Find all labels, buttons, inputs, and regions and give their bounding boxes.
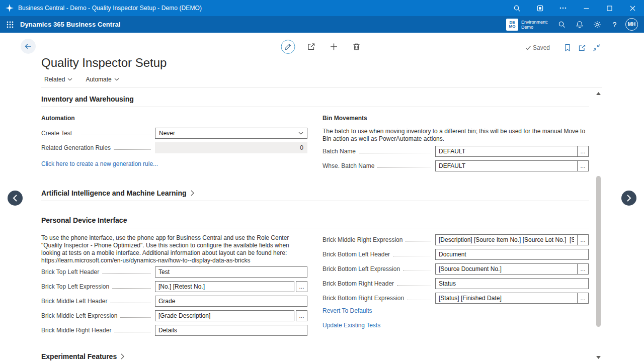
product-navbar: Dynamics 365 Business Central DEMO Envir… [0,16,644,33]
dotted-leader [377,167,431,168]
assist-edit-button[interactable]: … [577,264,588,274]
assist-edit-button[interactable]: … [296,281,307,292]
window-title: Business Central - Demo - Quality Inspec… [18,5,202,12]
section-ai-and-ml[interactable]: Artificial Intelligence and Machine Lear… [41,189,589,201]
maximize-icon [607,6,612,11]
section-inventory-and-warehousing[interactable]: Inventory and Warehousing [41,95,589,107]
brick-middle-left-expression-input[interactable] [155,310,294,321]
brick-top-left-expression-input[interactable] [155,281,294,292]
settings-button[interactable] [588,16,606,33]
brick-bottom-right-expression-input[interactable] [436,293,577,303]
environment-indicator[interactable]: DEMO Environment: Demo [506,19,548,31]
minimize-icon [584,6,589,11]
assist-edit-button[interactable]: … [577,161,588,171]
page-actions [281,40,363,54]
brick-middle-right-header-input[interactable] [155,325,307,336]
brick-middle-left-header-input[interactable] [155,296,307,307]
field-brick-bottom-right-expression: Brick Bottom Right Expression … [323,293,589,304]
open-in-new-window-button[interactable] [577,43,587,53]
update-existing-tests-link[interactable]: Update Existing Tests [323,322,589,329]
maximize-button[interactable] [598,0,621,16]
brick-middle-right-expression-input[interactable] [436,235,577,245]
group-bin-movements: Bin Movements [323,115,589,122]
menu-related[interactable]: Related [44,76,72,83]
assist-edit-button[interactable]: … [577,146,588,156]
close-button[interactable] [621,0,644,16]
field-label: Whse. Batch Name [323,162,374,169]
field-label: Create Test [41,130,72,137]
field-brick-bottom-left-expression: Brick Bottom Left Expression … [323,263,589,275]
assist-edit-button[interactable]: … [296,310,307,321]
assist-edit-button[interactable]: … [577,235,588,245]
help-button[interactable]: ? [606,16,623,33]
revert-to-defaults-link[interactable]: Revert To Defaults [323,307,589,314]
brick-bottom-right-header-input[interactable] [435,278,589,289]
dotted-leader [114,149,151,150]
environment-badge-text: DEMO [509,21,516,29]
pencil-icon [285,43,292,50]
notifications-button[interactable] [571,16,588,33]
device-right-column: Brick Middle Right Expression … Brick Bo… [323,234,589,329]
bookmark-button[interactable] [562,43,573,53]
field-label: Brick Top Left Header [41,268,99,276]
titlebar-more-button[interactable] [551,0,575,16]
vertical-scrollbar[interactable] [595,89,602,362]
device-description: To use the phone interface, use the phon… [41,234,307,264]
waffle-icon [7,21,14,28]
device-columns: To use the phone interface, use the phon… [41,234,589,339]
next-record-button[interactable] [621,191,636,206]
avatar[interactable]: MH [625,18,638,31]
app-window-button[interactable] [528,0,551,16]
back-button[interactable] [21,39,36,54]
check-icon [525,45,531,51]
field-brick-top-left-expression: Brick Top Left Expression … [41,281,307,292]
chevron-left-icon [13,194,18,202]
app-name[interactable]: Dynamics 365 Business Central [20,21,120,28]
field-label: Brick Middle Right Header [41,327,111,334]
field-brick-top-left-header: Brick Top Left Header [41,266,307,278]
scrollbar-thumb[interactable] [596,176,601,327]
field-brick-bottom-right-header: Brick Bottom Right Header [323,278,589,289]
delete-button[interactable] [350,40,363,53]
bin-movements-description: The batch to use when moving inventory t… [323,128,589,143]
page-content: Inventory and Warehousing Automation Cre… [0,95,589,362]
brick-bottom-left-expression-input[interactable] [436,264,577,274]
environment-label: Environment: [521,20,548,25]
dotted-leader [112,288,151,289]
app-window-icon [536,5,544,12]
navbar-search-button[interactable] [553,16,571,33]
assist-edit-button[interactable]: … [577,293,588,303]
new-button[interactable] [328,40,341,53]
section-experimental-features[interactable]: Experimental Features [41,352,589,362]
create-generation-rule-link[interactable]: Click here to create a new generation ru… [41,160,158,167]
app-launcher-button[interactable] [0,16,20,33]
dotted-leader [393,256,431,256]
brick-top-left-header-input[interactable] [155,266,307,278]
batch-name-input[interactable] [436,146,577,156]
titlebar-search-button[interactable] [505,0,528,16]
scroll-up-arrow[interactable] [596,92,601,95]
section-title: Experimental Features [41,352,117,360]
field-label: Brick Middle Right Expression [323,236,403,243]
field-label: Brick Top Left Expression [41,283,109,290]
share-button[interactable] [305,40,318,53]
previous-record-button[interactable] [8,191,23,206]
search-icon [513,5,521,12]
save-status-label: Saved [533,44,550,51]
create-test-dropdown[interactable]: Never [155,128,307,139]
minimize-button[interactable] [575,0,598,16]
menu-automate[interactable]: Automate [86,76,119,83]
dotted-leader [114,332,151,332]
inventory-columns: Automation Create Test Never Related Gen… [41,107,589,175]
dotted-leader [102,274,151,274]
scroll-down-arrow[interactable] [596,356,601,359]
section-personal-device-interface[interactable]: Personal Device Interface [41,216,589,228]
edit-button[interactable] [281,40,295,54]
create-test-value: Never [159,130,175,137]
brick-bottom-left-header-input[interactable] [435,249,589,260]
collapse-page-button[interactable] [592,43,602,53]
whse-batch-name-input[interactable] [436,161,577,171]
group-automation: Automation [41,115,307,122]
share-icon [307,42,316,51]
bell-icon [576,21,584,29]
